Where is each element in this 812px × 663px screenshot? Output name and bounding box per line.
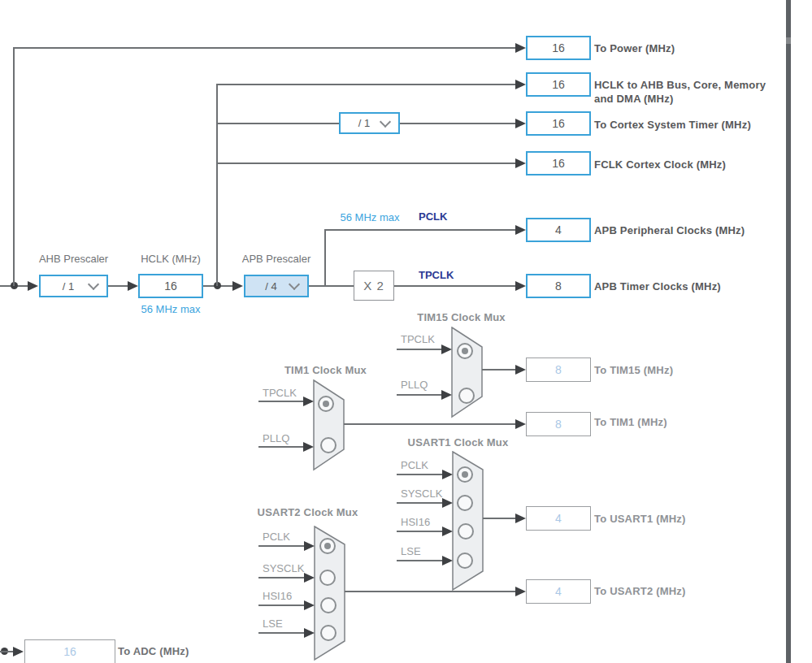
wire-h <box>258 632 305 634</box>
usart1-mux-radio-hsi16[interactable] <box>458 523 474 540</box>
wire-h <box>483 518 515 519</box>
apb-prescaler-label: APB Prescaler <box>234 253 319 265</box>
wire-h <box>397 349 443 350</box>
radio-dot-icon <box>462 348 468 354</box>
hclk-ahb-label-line1: HCLK to AHB Bus, Core, Memory <box>594 78 766 92</box>
apb-peripheral-value: 4 <box>555 223 562 236</box>
wire-h <box>309 285 354 287</box>
wire-v <box>216 84 218 286</box>
arrow-icon <box>441 390 452 400</box>
radio-dot-icon <box>324 543 331 549</box>
arrow-icon <box>304 573 315 583</box>
arrow-icon <box>515 80 526 89</box>
ahb-prescaler-value: / 1 <box>41 280 89 292</box>
usart1-mux-radio-sysclk[interactable] <box>457 495 473 511</box>
wire-h <box>258 577 305 578</box>
arrow-icon <box>442 556 453 566</box>
wire-h <box>258 446 305 448</box>
tim15-input-pllq-label: PLLQ <box>401 379 428 391</box>
arrow-icon <box>13 647 24 656</box>
arrow-icon <box>515 281 526 291</box>
wire-h <box>397 474 443 475</box>
wire-h <box>345 591 515 592</box>
timer-multiplier-box: X 2 <box>354 271 394 301</box>
ahb-prescaler-select[interactable]: / 1 <box>39 275 108 297</box>
usart1-mux-title: USART1 Clock Mux <box>395 436 521 448</box>
vertical-scrollbar[interactable] <box>786 0 791 663</box>
usart1-mux-radio-pclk[interactable] <box>457 466 473 483</box>
usart2-mux-radio-lse[interactable] <box>320 625 337 641</box>
tim15-mux-radio-tpclk[interactable] <box>457 343 473 359</box>
chevron-down-icon <box>380 115 391 127</box>
hclk-ahb-value: 16 <box>552 78 565 91</box>
arrow-icon <box>303 396 314 406</box>
tim1-mux-radio-pllq[interactable] <box>320 437 337 453</box>
to-usart1-box: 4 <box>526 506 591 531</box>
hclk-max-note: 56 MHz max <box>128 303 213 315</box>
apb-prescaler-select[interactable]: / 4 <box>244 275 309 297</box>
wire-h <box>324 229 515 231</box>
usart2-mux-radio-sysclk[interactable] <box>319 570 336 586</box>
arrow-icon <box>515 587 526 596</box>
hclk-ahb-label-line2: and DMA (MHz) <box>594 92 766 106</box>
to-usart2-label: To USART2 (MHz) <box>594 584 686 598</box>
to-usart2-value: 4 <box>555 585 562 598</box>
usart2-input-pclk-label: PCLK <box>263 531 290 543</box>
tim1-mux-title: TIM1 Clock Mux <box>267 364 384 376</box>
wire-h <box>344 423 515 425</box>
tim15-mux-radio-pllq[interactable] <box>458 388 475 404</box>
arrow-icon <box>515 419 526 429</box>
scrollbar-notch <box>786 37 791 44</box>
tpclk-signal-label: TPCLK <box>419 269 454 281</box>
apb-timer-box: 8 <box>526 274 591 298</box>
cortex-prescaler-select[interactable]: / 1 <box>339 112 400 134</box>
radio-dot-icon <box>323 401 329 407</box>
wire-h <box>216 84 515 85</box>
hclk-ahb-label: HCLK to AHB Bus, Core, Memory and DMA (M… <box>594 78 766 106</box>
clock-configuration-diagram: AHB Prescaler / 1 HCLK (MHz) 16 56 MHz m… <box>0 0 812 663</box>
apb-timer-label: APB Timer Clocks (MHz) <box>594 280 721 293</box>
chevron-down-icon <box>88 279 99 290</box>
arrow-icon <box>303 442 314 452</box>
to-tim1-box: 8 <box>526 412 591 436</box>
tim15-mux-shape <box>451 327 484 418</box>
tim1-mux-radio-tpclk[interactable] <box>318 396 334 412</box>
hclk-ahb-box: 16 <box>526 72 591 97</box>
hclk-value-box[interactable]: 16 <box>138 274 203 298</box>
fclk-box: 16 <box>526 151 591 176</box>
tim1-input-pllq-label: PLLQ <box>263 432 289 444</box>
wire-v <box>324 230 326 286</box>
usart1-mux-radio-lse[interactable] <box>457 552 473 569</box>
usart1-input-hsi16-label: HSI16 <box>401 516 430 528</box>
wire-h <box>397 531 443 532</box>
to-adc-label: To ADC (MHz) <box>118 644 189 658</box>
apb-prescaler-value: / 4 <box>245 280 290 292</box>
to-tim15-value: 8 <box>555 363 562 376</box>
to-usart1-value: 4 <box>555 512 562 525</box>
wire-h <box>13 47 515 49</box>
usart2-mux-title: USART2 Clock Mux <box>249 506 367 518</box>
to-usart1-label: To USART1 (MHz) <box>594 512 686 526</box>
radio-dot-icon <box>462 471 468 478</box>
usart2-mux-radio-hsi16[interactable] <box>320 597 337 613</box>
tim1-input-tpclk-label: TPCLK <box>263 387 297 399</box>
usart1-input-sysclk-label: SYSCLK <box>401 488 442 500</box>
arrow-icon <box>515 43 526 53</box>
apb-max-note: 56 MHz max <box>336 211 404 223</box>
wire-h <box>258 545 305 547</box>
wire-h <box>216 123 339 124</box>
usart2-mux-radio-pclk[interactable] <box>319 538 336 554</box>
arrow-icon <box>515 514 526 523</box>
to-tim15-label: To TIM15 (MHz) <box>594 363 673 377</box>
arrow-icon <box>442 470 453 479</box>
cortex-prescaler-value: / 1 <box>341 117 381 129</box>
to-power-box: 16 <box>526 36 591 60</box>
wire-h <box>216 162 515 164</box>
wire-h <box>482 369 515 370</box>
wire-h <box>258 401 305 402</box>
wire-h <box>397 502 443 504</box>
pclk-signal-label: PCLK <box>419 210 447 223</box>
chevron-down-icon <box>289 279 300 290</box>
arrow-icon <box>232 281 243 291</box>
to-usart2-box: 4 <box>526 579 591 604</box>
